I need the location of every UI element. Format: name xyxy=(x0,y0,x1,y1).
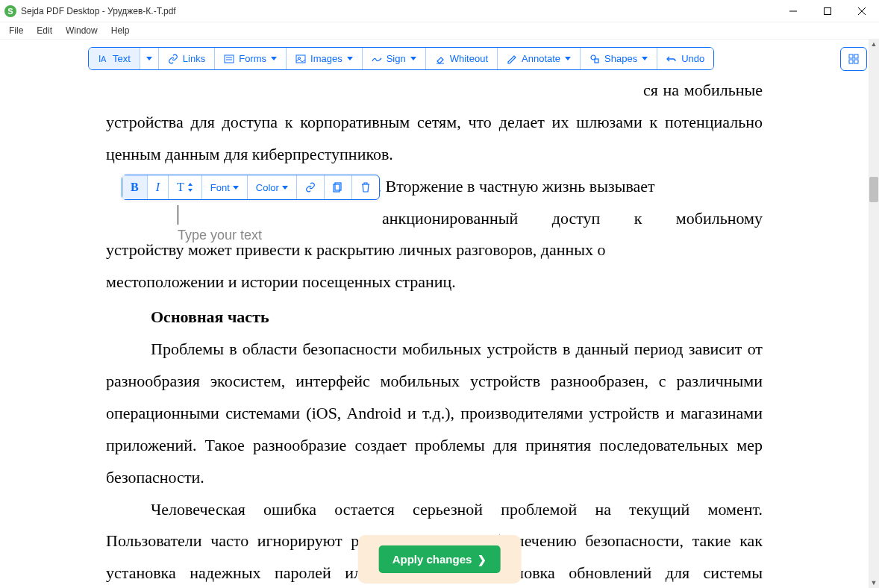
whiteout-tool-label: Whiteout xyxy=(450,53,488,64)
shapes-tool-label: Shapes xyxy=(604,53,637,64)
undo-button[interactable]: Undo xyxy=(657,48,713,69)
chevron-down-icon xyxy=(271,57,277,60)
copy-icon xyxy=(333,182,343,193)
link-icon xyxy=(168,54,178,64)
scroll-down-arrow[interactable]: ▼ xyxy=(870,579,878,587)
chevron-down-icon xyxy=(347,57,353,60)
forms-tool-label: Forms xyxy=(239,53,266,64)
app-icon: S xyxy=(4,5,16,17)
italic-button[interactable]: I xyxy=(148,175,169,199)
annotate-tool-label: Annotate xyxy=(522,53,560,64)
shapes-tool-button[interactable]: Shapes xyxy=(581,48,657,69)
updown-icon xyxy=(187,183,193,192)
annotate-tool-button[interactable]: Annotate xyxy=(498,48,581,69)
paragraph: ся на мобильные устройства для доступа к… xyxy=(106,75,763,171)
section-heading: Основная часть xyxy=(106,301,763,334)
sign-tool-label: Sign xyxy=(387,53,406,64)
eraser-icon xyxy=(435,54,445,64)
menu-file[interactable]: File xyxy=(3,24,29,37)
svg-rect-17 xyxy=(854,60,858,63)
images-tool-button[interactable]: Images xyxy=(287,48,363,69)
grid-view-button[interactable] xyxy=(840,47,867,71)
chevron-down-icon xyxy=(146,57,152,60)
svg-rect-15 xyxy=(854,54,858,58)
undo-label: Undo xyxy=(681,53,704,64)
minimize-button[interactable] xyxy=(776,0,810,22)
sign-tool-button[interactable]: Sign xyxy=(363,48,426,69)
forms-tool-button[interactable]: Forms xyxy=(215,48,287,69)
text-tool-label: Text xyxy=(113,53,131,64)
shapes-icon xyxy=(589,54,600,64)
title-bar: S Sejda PDF Desktop - Уруджев-К.-Т.pdf xyxy=(0,0,879,22)
pdf-page[interactable]: ся на мобильные устройства для доступа к… xyxy=(46,75,822,588)
paragraph: Проблемы в области безопасности мобильны… xyxy=(106,334,763,493)
links-tool-button[interactable]: Links xyxy=(159,48,215,69)
annotate-icon xyxy=(507,54,517,64)
svg-rect-9 xyxy=(296,55,305,63)
font-button[interactable]: Font xyxy=(202,175,248,199)
color-button[interactable]: Color xyxy=(248,175,297,199)
text-cursor xyxy=(178,205,178,225)
maximize-button[interactable] xyxy=(810,0,845,22)
menu-window[interactable]: Window xyxy=(60,24,104,37)
menu-help[interactable]: Help xyxy=(105,24,136,37)
bold-button[interactable]: B xyxy=(122,175,148,199)
apply-changes-button[interactable]: Apply changes ❯ xyxy=(379,545,501,573)
trash-icon xyxy=(360,182,371,193)
sign-icon xyxy=(372,54,382,64)
svg-rect-14 xyxy=(849,54,853,58)
paragraph: местоположении и истории посещенных стра… xyxy=(106,266,763,298)
window-title: Sejda PDF Desktop - Уруджев-К.-Т.pdf xyxy=(21,6,176,16)
svg-rect-6 xyxy=(225,55,234,63)
chevron-down-icon xyxy=(642,57,648,60)
delete-button[interactable] xyxy=(352,175,379,199)
svg-rect-1 xyxy=(825,7,831,14)
chevron-down-icon xyxy=(565,57,571,60)
apply-changes-bar: Apply changes ❯ xyxy=(358,535,522,584)
menu-edit[interactable]: Edit xyxy=(31,24,58,37)
vertical-scrollbar[interactable]: ▲ ▼ xyxy=(869,39,879,588)
link-icon xyxy=(305,182,316,193)
svg-rect-13 xyxy=(595,59,598,63)
text-tool-button[interactable]: IA Text xyxy=(89,48,140,69)
chevron-right-icon: ❯ xyxy=(478,554,487,566)
menu-bar: File Edit Window Help xyxy=(0,22,879,40)
apply-changes-label: Apply changes xyxy=(392,553,472,566)
text-icon: IA xyxy=(98,54,108,64)
scroll-thumb[interactable] xyxy=(869,177,878,202)
document-viewport[interactable]: ся на мобильные устройства для доступа к… xyxy=(0,75,869,588)
forms-icon xyxy=(224,54,234,64)
copy-button[interactable] xyxy=(325,175,352,199)
text-tool-dropdown[interactable] xyxy=(140,48,159,69)
chevron-down-icon xyxy=(282,186,288,190)
scroll-up-arrow[interactable]: ▲ xyxy=(870,40,878,48)
images-tool-label: Images xyxy=(310,53,342,64)
close-button[interactable] xyxy=(845,0,879,22)
svg-text:A: A xyxy=(101,54,107,63)
text-edit-toolbar: B I T Font Color xyxy=(122,175,380,200)
main-toolbar: IA Text Links Forms Images xyxy=(0,40,879,78)
chevron-down-icon xyxy=(410,57,416,60)
text-size-button[interactable]: T xyxy=(169,175,202,199)
whiteout-tool-button[interactable]: Whiteout xyxy=(426,48,498,69)
undo-icon xyxy=(666,54,677,64)
image-icon xyxy=(295,54,306,64)
chevron-down-icon xyxy=(233,186,239,190)
link-button[interactable] xyxy=(297,175,325,199)
svg-rect-16 xyxy=(849,60,853,63)
links-tool-label: Links xyxy=(183,53,205,64)
text-input-placeholder[interactable]: Type your text xyxy=(178,228,262,243)
